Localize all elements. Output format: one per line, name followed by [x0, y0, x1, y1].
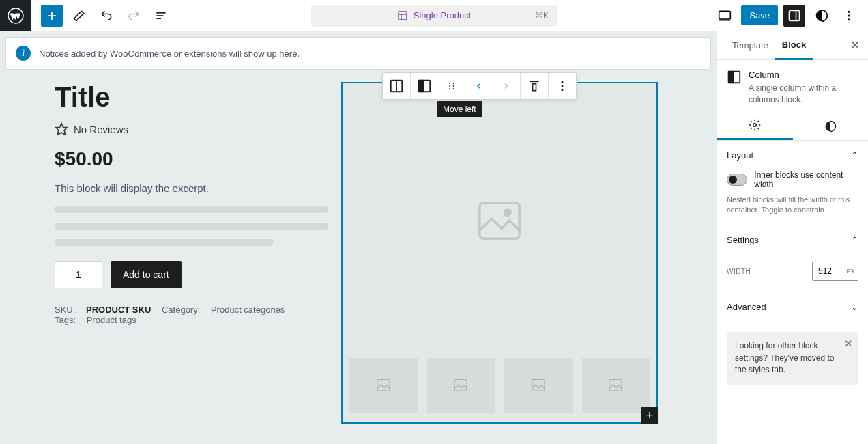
- selected-column-block[interactable]: +: [341, 82, 658, 424]
- svg-point-20: [449, 88, 450, 89]
- svg-rect-7: [719, 11, 731, 19]
- svg-rect-30: [480, 203, 519, 239]
- wordpress-logo[interactable]: [0, 0, 31, 31]
- chevron-down-icon: ⌄: [851, 302, 858, 312]
- svg-point-38: [753, 124, 757, 127]
- svg-rect-35: [609, 380, 622, 391]
- product-title[interactable]: Title: [55, 82, 328, 113]
- image-icon: [452, 378, 469, 393]
- save-button[interactable]: Save: [741, 5, 778, 25]
- thumbnail-placeholder[interactable]: [427, 358, 495, 413]
- layout-section-header[interactable]: Layout ⌃: [717, 141, 868, 170]
- styles-hint-card: Looking for other block settings? They'v…: [727, 332, 858, 384]
- svg-point-21: [453, 83, 454, 84]
- svg-point-11: [848, 10, 850, 12]
- image-placeholder[interactable]: [349, 90, 650, 351]
- placeholder-line: [55, 239, 273, 246]
- thumbnail-placeholder[interactable]: [504, 358, 573, 413]
- chevron-up-icon: ⌃: [851, 235, 858, 245]
- drag-handle[interactable]: [438, 73, 465, 99]
- add-block-button[interactable]: +: [41, 5, 63, 27]
- document-label: Single Product: [414, 10, 472, 20]
- svg-point-22: [453, 85, 454, 87]
- advanced-section-header[interactable]: Advanced ⌄: [717, 292, 868, 322]
- block-inserter-button[interactable]: +: [641, 407, 658, 424]
- notice-text: Notices added by WooCommerce or extensio…: [39, 48, 300, 59]
- styles-subtab[interactable]: [793, 113, 869, 140]
- svg-point-19: [449, 85, 450, 87]
- view-desktop-button[interactable]: [714, 5, 736, 27]
- document-switcher[interactable]: Single Product ⌘K: [311, 5, 557, 27]
- layout-help-text: Nested blocks will fill the width of thi…: [727, 195, 858, 216]
- reviews-row[interactable]: No Reviews: [55, 122, 328, 136]
- edit-tool-button[interactable]: [68, 5, 90, 27]
- placeholder-line: [55, 206, 328, 213]
- info-icon: i: [16, 46, 31, 61]
- svg-rect-33: [454, 380, 467, 391]
- column-icon: [727, 70, 742, 106]
- block-description: A single column within a columns block.: [749, 83, 858, 106]
- placeholder-line: [55, 223, 328, 230]
- settings-subtab[interactable]: [717, 113, 793, 140]
- svg-rect-4: [399, 12, 407, 20]
- thumbnail-placeholder[interactable]: [349, 358, 418, 413]
- align-button[interactable]: [521, 73, 548, 99]
- svg-rect-25: [533, 84, 536, 91]
- svg-point-18: [449, 83, 450, 84]
- styles-button[interactable]: [811, 5, 833, 27]
- settings-section-header[interactable]: Settings ⌃: [717, 225, 868, 255]
- svg-point-27: [562, 85, 564, 87]
- svg-rect-17: [419, 81, 424, 92]
- add-to-cart-button[interactable]: Add to cart: [111, 261, 182, 288]
- tooltip: Move left: [437, 101, 482, 117]
- more-options-button[interactable]: [838, 5, 860, 27]
- contrast-icon: [824, 120, 837, 133]
- block-more-options[interactable]: [549, 73, 576, 99]
- svg-point-13: [848, 18, 850, 20]
- dismiss-hint-button[interactable]: ✕: [844, 336, 853, 351]
- block-type-button[interactable]: [411, 73, 438, 99]
- svg-rect-32: [377, 380, 390, 391]
- width-unit-select[interactable]: px: [843, 262, 858, 280]
- image-icon: [472, 197, 527, 245]
- product-price[interactable]: $50.00: [55, 148, 328, 170]
- svg-point-12: [848, 14, 850, 16]
- svg-point-23: [453, 88, 454, 89]
- svg-marker-29: [56, 124, 68, 135]
- image-icon: [530, 378, 547, 393]
- redo-button[interactable]: [123, 5, 145, 27]
- image-icon: [375, 378, 392, 393]
- toggle-label: Inner blocks use content width: [754, 170, 858, 189]
- reviews-label: No Reviews: [74, 124, 128, 135]
- list-view-button[interactable]: [150, 5, 172, 27]
- sidebar-tab-block[interactable]: Block: [775, 32, 813, 60]
- svg-rect-9: [790, 10, 800, 20]
- move-right-button[interactable]: [493, 73, 520, 99]
- svg-rect-34: [532, 380, 545, 391]
- parent-block-button[interactable]: [383, 73, 410, 99]
- width-label: WIDTH: [727, 268, 751, 275]
- close-sidebar-button[interactable]: ✕: [850, 38, 860, 53]
- gear-icon: [749, 119, 761, 131]
- svg-point-31: [504, 210, 510, 216]
- sidebar-tab-template[interactable]: Template: [725, 31, 775, 59]
- quantity-input[interactable]: [55, 261, 102, 288]
- image-icon: [607, 378, 624, 393]
- svg-point-28: [562, 89, 564, 91]
- svg-rect-37: [729, 72, 734, 83]
- svg-point-26: [562, 81, 564, 83]
- shortcut-hint: ⌘K: [535, 11, 549, 20]
- product-meta[interactable]: SKU: PRODUCT SKU Category: Product categ…: [55, 305, 328, 325]
- undo-button[interactable]: [96, 5, 117, 27]
- block-toolbar: [382, 72, 577, 100]
- width-input[interactable]: [813, 262, 843, 280]
- content-width-toggle[interactable]: [727, 174, 747, 186]
- move-left-button[interactable]: [465, 73, 493, 99]
- block-name: Column: [749, 70, 858, 80]
- chevron-up-icon: ⌃: [851, 150, 858, 161]
- settings-sidebar-toggle[interactable]: [783, 5, 805, 27]
- star-icon: [55, 122, 68, 136]
- product-excerpt[interactable]: This block will display the excerpt.: [55, 182, 328, 194]
- notice-banner: i Notices added by WooCommerce or extens…: [5, 37, 711, 70]
- thumbnail-placeholder[interactable]: [582, 358, 650, 413]
